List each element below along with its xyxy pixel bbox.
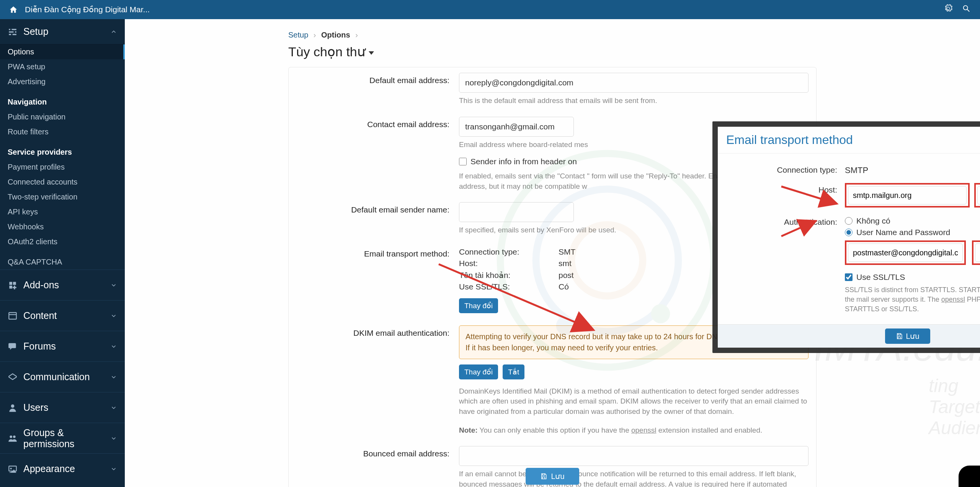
breadcrumb: Setup › Options ›: [288, 29, 817, 43]
sidebar-forums[interactable]: Forums: [0, 331, 125, 361]
svg-line-1: [967, 10, 970, 12]
sidebar-addons[interactable]: Add-ons: [0, 270, 125, 300]
default-email-input[interactable]: [459, 73, 808, 93]
sidebar-item-api-keys[interactable]: API keys: [0, 204, 125, 219]
sidebar-item-connected-accounts[interactable]: Connected accounts: [0, 175, 125, 190]
modal-auth-label: Authentication:: [726, 215, 845, 317]
sidebar-item-advertising[interactable]: Advertising: [0, 74, 125, 89]
save-icon: [896, 333, 903, 340]
svg-point-10: [11, 404, 15, 408]
contact-email-label: Contact email address:: [289, 117, 459, 197]
svg-point-5: [10, 28, 12, 30]
svg-rect-13: [9, 466, 16, 471]
modal-host-label: Host:: [726, 183, 845, 208]
sidebar-item-oauth2[interactable]: OAuth2 clients: [0, 234, 125, 249]
save-icon: [540, 473, 547, 480]
modal-title: Email transport method: [726, 133, 853, 147]
svg-point-14: [10, 467, 12, 469]
sidebar-item-route-filters[interactable]: Route filters: [0, 124, 125, 139]
feedback-button[interactable]: [959, 466, 980, 487]
sidebar: Setup Options PWA setup Advertising Navi…: [0, 19, 125, 487]
chevron-up-icon: [110, 28, 117, 35]
search-icon[interactable]: [962, 4, 970, 15]
sidebar-item-payment-profiles[interactable]: Payment profiles: [0, 160, 125, 175]
settings-icon[interactable]: [944, 4, 952, 15]
page-save-button[interactable]: Lưu: [526, 468, 579, 485]
svg-point-11: [10, 435, 12, 438]
dkim-note: Note: You can only enable this option if…: [459, 422, 808, 441]
sidebar-item-webhooks[interactable]: Webhooks: [0, 219, 125, 234]
sidebar-users[interactable]: Users: [0, 392, 125, 423]
home-icon[interactable]: [6, 5, 21, 14]
modal-username-input[interactable]: [848, 244, 963, 262]
sidebar-item-qa-captcha[interactable]: Q&A CAPTCHA: [0, 255, 125, 270]
svg-rect-2: [9, 29, 16, 30]
svg-rect-8: [9, 312, 16, 319]
email-transport-modal: Email transport method Connection type: …: [718, 127, 980, 348]
modal-port-input[interactable]: [977, 186, 980, 204]
default-email-hint: This is the default email address that e…: [459, 93, 808, 111]
sender-name-input[interactable]: [459, 202, 574, 222]
sidebar-subhead-navigation: Navigation: [0, 95, 125, 109]
svg-point-6: [13, 31, 15, 33]
watermark-subtext: ting Target Audience: [929, 375, 980, 438]
save-bar: Lưu: [125, 466, 980, 487]
modal-password-input[interactable]: [975, 244, 980, 262]
breadcrumb-options[interactable]: Options: [321, 31, 350, 39]
sidebar-content[interactable]: Content: [0, 300, 125, 331]
dkim-off-button[interactable]: Tắt: [503, 364, 524, 379]
contact-email-input[interactable]: [459, 117, 574, 137]
default-email-label: Default email address:: [289, 73, 459, 111]
breadcrumb-setup[interactable]: Setup: [288, 31, 308, 39]
sidebar-subhead-service-providers: Service providers: [0, 145, 125, 160]
svg-rect-3: [9, 31, 16, 32]
topbar: Diễn Đàn Cộng Đồng Digital Mar...: [0, 0, 980, 19]
sidebar-item-pwa[interactable]: PWA setup: [0, 59, 125, 74]
sidebar-item-public-navigation[interactable]: Public navigation: [0, 109, 125, 124]
sidebar-item-options[interactable]: Options: [0, 44, 125, 59]
modal-auth-none-radio[interactable]: Không có: [845, 215, 980, 227]
dkim-label: DKIM email authentication:: [289, 325, 459, 441]
svg-point-7: [11, 33, 13, 35]
modal-conn-label: Connection type:: [726, 163, 845, 175]
modal-ssl-checkbox[interactable]: Use SSL/TLS: [845, 267, 980, 284]
dkim-change-button[interactable]: Thay đổi: [459, 364, 498, 379]
dkim-hint: DomainKeys Identified Mail (DKIM) is a m…: [459, 383, 808, 422]
sidebar-appearance[interactable]: Appearance: [0, 453, 125, 484]
bounce-input[interactable]: [459, 446, 808, 466]
svg-point-12: [13, 435, 16, 438]
sidebar-setup-header[interactable]: Setup: [0, 19, 125, 44]
modal-auth-userpass-radio[interactable]: User Name and Password: [845, 227, 980, 238]
sender-name-label: Default email sender name:: [289, 202, 459, 241]
svg-point-0: [964, 6, 968, 10]
main: IMTA.edu.vn ting Target Audience Setup ›…: [125, 19, 980, 487]
modal-conn-value: SMTP: [845, 163, 980, 175]
sidebar-groups[interactable]: Groups & permissions: [0, 423, 125, 453]
page-title[interactable]: Tùy chọn thư: [288, 43, 817, 67]
modal-ssl-hint: SSL/TLS is distinct from STARTTLS. START…: [845, 284, 980, 317]
app-title: Diễn Đàn Cộng Đồng Digital Mar...: [21, 5, 944, 14]
modal-save-button[interactable]: Lưu: [885, 328, 930, 344]
transport-change-button[interactable]: Thay đổi: [459, 298, 498, 313]
caret-down-icon: [369, 51, 374, 55]
modal-host-input[interactable]: [848, 186, 967, 204]
modal-backdrop: Email transport method Connection type: …: [712, 121, 980, 353]
transport-label: Email transport method:: [289, 246, 459, 320]
sidebar-item-two-step[interactable]: Two-step verification: [0, 190, 125, 204]
sidebar-communication[interactable]: Communication: [0, 361, 125, 392]
